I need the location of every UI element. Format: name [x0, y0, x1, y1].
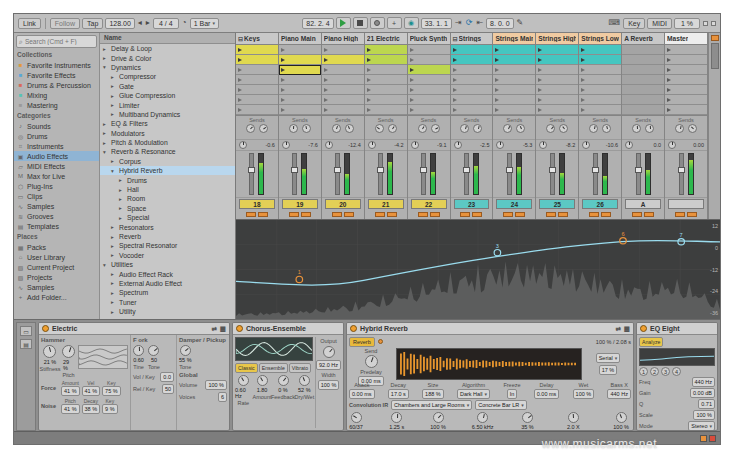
clip-slot[interactable]	[579, 95, 621, 105]
browser-item-multiband-dynamics[interactable]: ▸Multiband Dynamics	[100, 110, 235, 119]
browser-item-utility[interactable]: ▸Utility	[100, 307, 235, 316]
param-value[interactable]: 35 %	[521, 424, 534, 430]
param-value[interactable]: 41 %	[61, 404, 80, 414]
browser-item-tuner[interactable]: ▸Tuner	[100, 298, 235, 307]
band-1-button[interactable]: 1	[639, 367, 648, 376]
tone-knob[interactable]	[180, 345, 191, 356]
track-header[interactable]: Pluck Synth	[408, 33, 450, 45]
clip-slot[interactable]	[322, 105, 364, 115]
param-value[interactable]: 0.00 dB	[690, 388, 715, 398]
browser-item-utilities[interactable]: ▾Utilities	[100, 260, 235, 269]
crossfade-assign-b[interactable]	[430, 212, 440, 217]
scene-launch-slot[interactable]	[665, 75, 707, 85]
sidebar-item-drums-percussion[interactable]: ■Drums & Percussion	[14, 80, 99, 90]
track-header[interactable]: A Reverb	[622, 33, 664, 45]
clip-slot[interactable]	[408, 75, 450, 85]
param-value[interactable]: 100 %	[205, 380, 227, 390]
clip-slot[interactable]	[322, 45, 364, 55]
browser-search-box[interactable]: ⌕	[16, 35, 97, 48]
send-b-knob[interactable]	[516, 124, 525, 133]
volume-fader[interactable]	[335, 153, 340, 196]
clip-slot[interactable]	[622, 45, 664, 55]
chevron-right-icon[interactable]: ▸	[111, 271, 117, 277]
clip-slot[interactable]	[579, 55, 621, 65]
crossfade-assign-a[interactable]	[375, 212, 385, 217]
clip-slot[interactable]	[451, 55, 493, 65]
sidebar-item-sounds[interactable]: ♪Sounds	[14, 121, 99, 131]
chevron-right-icon[interactable]: ▸	[111, 299, 117, 305]
clip-slot[interactable]	[236, 95, 278, 105]
param-value[interactable]: 41 %	[82, 386, 101, 396]
clip-slot[interactable]	[279, 95, 321, 105]
chorus-title-bar[interactable]: Chorus-Ensemble	[233, 323, 343, 335]
group-fold-icon[interactable]: ⊟	[238, 35, 243, 42]
arrangement-position-display[interactable]: 82. 2. 4	[302, 18, 333, 29]
track-header[interactable]: Strings High	[536, 33, 578, 45]
dry-wet-knob[interactable]	[299, 375, 310, 386]
hot-swap-icon[interactable]: ⇄	[211, 325, 216, 333]
eq-spectrum-panel[interactable]: 1367 120-12-24-36	[236, 219, 720, 319]
link-button[interactable]: Link	[18, 18, 41, 29]
send-a-knob[interactable]	[375, 124, 384, 133]
clip-slot[interactable]	[236, 45, 278, 55]
clip-slot[interactable]	[451, 105, 493, 115]
param-value[interactable]: 0.00 ms	[349, 389, 375, 399]
ir-file-select[interactable]: Concrete Bar LR▾	[475, 400, 526, 410]
volume-fader[interactable]	[507, 153, 512, 196]
param-value[interactable]: 6.50 kHz	[472, 424, 494, 430]
chevron-right-icon[interactable]: ▸	[111, 74, 117, 80]
track-header[interactable]: ⊟Keys	[236, 33, 278, 45]
bass-mult-knob[interactable]	[568, 412, 579, 423]
clip-slot[interactable]	[279, 105, 321, 115]
track-number-badge[interactable]: 21	[368, 199, 404, 209]
track-number-badge[interactable]: 26	[582, 199, 618, 209]
pan-knob[interactable]	[282, 141, 290, 149]
stiffness-knob[interactable]	[43, 345, 56, 358]
feedback-knob[interactable]	[278, 375, 289, 386]
eq-curve-display[interactable]: 1367	[236, 220, 720, 319]
browser-item-limiter[interactable]: ▸Limiter	[100, 100, 235, 109]
clip-slot[interactable]	[322, 95, 364, 105]
clip-slot[interactable]	[279, 65, 321, 75]
send-b-knob[interactable]	[602, 124, 611, 133]
clip-slot[interactable]	[493, 65, 535, 75]
track-header[interactable]: ⊟Strings	[451, 33, 493, 45]
time-signature-display[interactable]: 4 / 4	[153, 18, 179, 29]
send-b-knob[interactable]	[259, 124, 268, 133]
fader-handle[interactable]	[248, 167, 255, 173]
track-header[interactable]: 21 Electric	[365, 33, 407, 45]
param-value[interactable]: 188 %	[422, 389, 444, 399]
play-button[interactable]	[336, 17, 351, 29]
fader-handle[interactable]	[420, 167, 427, 173]
chevron-right-icon[interactable]: ▸	[119, 177, 125, 183]
clip-slot[interactable]	[451, 85, 493, 95]
send-a-knob[interactable]	[289, 124, 298, 133]
crossfade-assign-b[interactable]	[258, 212, 268, 217]
crossfade-assign-a[interactable]	[589, 212, 599, 217]
param-value[interactable]: 17.0 s	[388, 389, 409, 399]
nudge-up-icon[interactable]: ▸	[145, 19, 151, 27]
send-a-knob[interactable]	[246, 124, 255, 133]
browser-item-compressor[interactable]: ▸Compressor	[100, 72, 235, 81]
clip-slot[interactable]	[536, 55, 578, 65]
volume-fader[interactable]	[292, 153, 297, 196]
pan-knob[interactable]	[239, 141, 247, 149]
chevron-right-icon[interactable]: ▸	[103, 130, 109, 136]
loop-start-display[interactable]: 33. 1. 1	[421, 18, 452, 29]
clip-view-icon[interactable]: ▭	[20, 326, 32, 336]
send-a-knob[interactable]	[418, 124, 427, 133]
sidebar-item-clips[interactable]: ▭Clips	[14, 191, 99, 201]
pan-knob[interactable]	[325, 141, 333, 149]
clip-slot[interactable]	[493, 85, 535, 95]
damping-knob[interactable]	[477, 412, 488, 423]
sidebar-item-user-library[interactable]: ⌂User Library	[14, 252, 99, 262]
browser-item-drums[interactable]: ▸Drums	[100, 175, 235, 184]
clip-slot[interactable]	[451, 95, 493, 105]
param-value[interactable]: 0.00 ms	[534, 389, 560, 399]
clip-slot[interactable]	[622, 65, 664, 75]
browser-item-vocoder[interactable]: ▸Vocoder	[100, 251, 235, 260]
stop-button[interactable]	[353, 17, 368, 29]
track-number-badge[interactable]: A	[625, 199, 661, 209]
fader-handle[interactable]	[334, 167, 341, 173]
key-map-button[interactable]: Key	[623, 18, 645, 29]
